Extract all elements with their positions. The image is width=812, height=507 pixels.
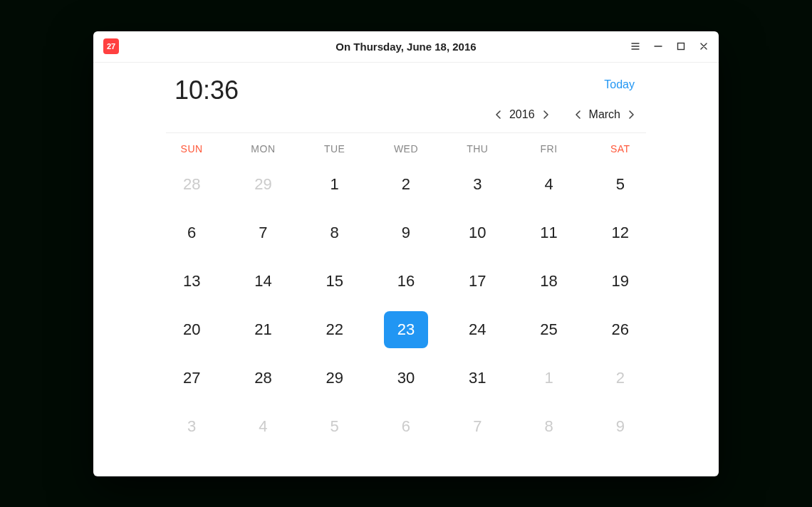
day-number: 3	[455, 166, 499, 203]
day-cell[interactable]: 7	[227, 209, 298, 257]
day-cell[interactable]: 7	[442, 402, 513, 451]
day-number: 13	[170, 263, 214, 300]
year-label[interactable]: 2016	[509, 108, 535, 121]
titlebar: 27 On Thursday, June 18, 2016	[93, 31, 719, 63]
day-number: 22	[313, 311, 357, 348]
day-number: 29	[241, 166, 285, 203]
day-number: 18	[527, 263, 571, 300]
day-cell[interactable]: 23	[370, 305, 442, 354]
day-cell[interactable]: 3	[156, 402, 227, 451]
day-number: 3	[170, 408, 214, 445]
week-row: 272829303112	[156, 354, 656, 402]
week-row: 20212223242526	[156, 305, 656, 354]
day-number: 1	[313, 166, 357, 203]
nav-row: 2016 March	[156, 108, 656, 132]
day-cell[interactable]: 31	[442, 354, 513, 402]
day-number: 16	[384, 263, 428, 300]
chevron-left-icon[interactable]	[573, 110, 583, 120]
maximize-icon[interactable]	[676, 41, 686, 51]
day-cell[interactable]: 22	[299, 305, 370, 354]
day-cell[interactable]: 29	[227, 160, 298, 209]
day-cell[interactable]: 11	[513, 209, 584, 257]
day-number: 14	[241, 263, 285, 300]
calendar-window: 27 On Thursday, June 18, 2016 10:36 Toda…	[93, 31, 719, 476]
day-cell[interactable]: 6	[370, 402, 442, 451]
weekday-label: SUN	[156, 143, 227, 155]
day-number: 2	[598, 360, 642, 397]
close-icon[interactable]	[699, 41, 709, 51]
header-row: 10:36 Today	[156, 75, 656, 105]
day-cell[interactable]: 28	[156, 160, 227, 209]
day-cell[interactable]: 4	[513, 160, 584, 209]
day-cell[interactable]: 8	[299, 209, 370, 257]
day-cell[interactable]: 26	[585, 305, 656, 354]
day-number: 21	[241, 311, 285, 348]
day-cell[interactable]: 29	[299, 354, 370, 402]
day-number: 26	[598, 311, 642, 348]
minimize-icon[interactable]	[653, 41, 663, 51]
day-cell[interactable]: 13	[156, 257, 227, 305]
day-number: 7	[455, 408, 499, 445]
day-cell[interactable]: 1	[513, 354, 584, 402]
day-number: 7	[241, 214, 285, 251]
day-number: 25	[527, 311, 571, 348]
window-title: On Thursday, June 18, 2016	[335, 41, 476, 53]
calendar-grid: 2829123456789101112131415161718192021222…	[156, 160, 656, 451]
day-number: 11	[527, 214, 571, 251]
day-number: 2	[384, 166, 428, 203]
day-cell[interactable]: 17	[442, 257, 513, 305]
day-number: 5	[313, 408, 357, 445]
chevron-left-icon[interactable]	[494, 110, 504, 120]
day-cell[interactable]: 18	[513, 257, 584, 305]
day-cell[interactable]: 5	[299, 402, 370, 451]
weekday-label: MON	[227, 143, 298, 155]
day-cell[interactable]: 20	[156, 305, 227, 354]
day-cell[interactable]: 2	[585, 354, 656, 402]
day-cell[interactable]: 9	[370, 209, 442, 257]
day-cell[interactable]: 21	[227, 305, 298, 354]
day-cell[interactable]: 15	[299, 257, 370, 305]
day-cell[interactable]: 30	[370, 354, 442, 402]
day-number: 27	[170, 360, 214, 397]
day-cell[interactable]: 24	[442, 305, 513, 354]
day-number: 9	[598, 408, 642, 445]
app-icon: 27	[103, 38, 119, 54]
day-number: 30	[384, 360, 428, 397]
day-cell[interactable]: 10	[442, 209, 513, 257]
day-cell[interactable]: 25	[513, 305, 584, 354]
day-number: 6	[384, 408, 428, 445]
day-number: 17	[455, 263, 499, 300]
day-number: 28	[241, 360, 285, 397]
weekday-label: TUE	[299, 143, 370, 155]
day-cell[interactable]: 3	[442, 160, 513, 209]
today-link[interactable]: Today	[604, 75, 656, 91]
weekday-label: THU	[442, 143, 513, 155]
chevron-right-icon[interactable]	[626, 110, 636, 120]
week-row: 13141516171819	[156, 257, 656, 305]
day-number: 29	[313, 360, 357, 397]
day-cell[interactable]: 12	[585, 209, 656, 257]
day-cell[interactable]: 16	[370, 257, 442, 305]
day-cell[interactable]: 27	[156, 354, 227, 402]
day-cell[interactable]: 5	[585, 160, 656, 209]
chevron-right-icon[interactable]	[541, 110, 551, 120]
month-nav: March	[573, 108, 636, 121]
day-number: 28	[170, 166, 214, 203]
day-number: 15	[313, 263, 357, 300]
day-cell[interactable]: 14	[227, 257, 298, 305]
day-cell[interactable]: 19	[585, 257, 656, 305]
day-number: 20	[170, 311, 214, 348]
day-cell[interactable]: 4	[227, 402, 298, 451]
window-controls	[630, 41, 709, 51]
titlebar-left: 27	[103, 38, 119, 54]
menu-icon[interactable]	[630, 41, 640, 51]
day-number: 31	[455, 360, 499, 397]
day-cell[interactable]: 2	[370, 160, 442, 209]
day-cell[interactable]: 1	[299, 160, 370, 209]
day-cell[interactable]: 9	[585, 402, 656, 451]
day-cell[interactable]: 28	[227, 354, 298, 402]
day-cell[interactable]: 8	[513, 402, 584, 451]
day-cell[interactable]: 6	[156, 209, 227, 257]
day-number: 9	[384, 214, 428, 251]
month-label[interactable]: March	[589, 108, 620, 121]
